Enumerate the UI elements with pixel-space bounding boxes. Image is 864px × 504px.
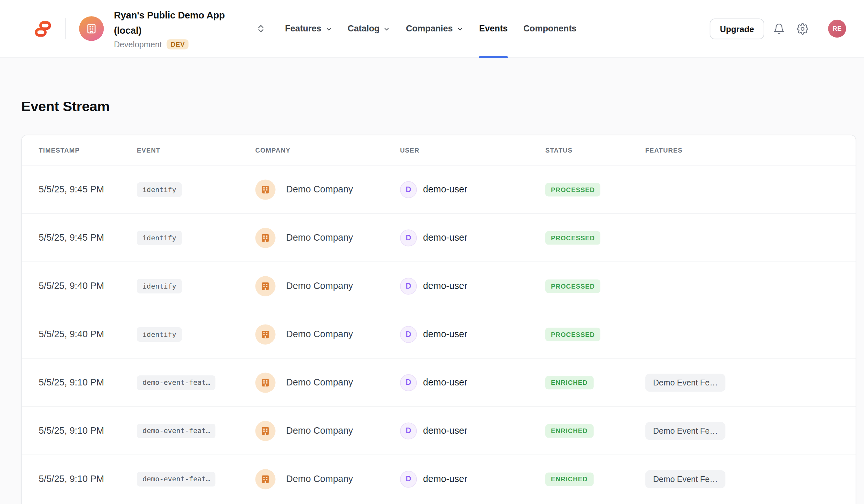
- user-name: demo-user: [423, 232, 467, 243]
- app-switcher-button[interactable]: [254, 21, 268, 36]
- table-row[interactable]: 5/5/25, 9:10 PM demo-event-feat… Demo Co…: [22, 358, 855, 406]
- column-header-features: Features: [645, 147, 839, 154]
- status-badge: ENRICHED: [545, 472, 593, 486]
- column-header-event: Event: [137, 147, 255, 154]
- event-name-chip: identify: [137, 278, 182, 293]
- user-name: demo-user: [423, 377, 467, 388]
- feature-chip: Demo Event Fe…: [645, 470, 725, 488]
- settings-button[interactable]: [794, 20, 811, 38]
- user-name: demo-user: [423, 280, 467, 291]
- table-row[interactable]: 5/5/25, 9:40 PM identify Demo Company D …: [22, 261, 855, 310]
- table-row[interactable]: 5/5/25, 9:10 PM demo-event-feat… Demo Co…: [22, 406, 855, 454]
- building-icon: [260, 377, 271, 387]
- table-row[interactable]: 5/5/25, 9:45 PM identify Demo Company D …: [22, 213, 855, 261]
- primary-nav: Features Catalog Companies Events Compon…: [285, 0, 576, 58]
- chevron-down-icon: [383, 26, 390, 33]
- building-icon: [260, 184, 271, 194]
- table-header-row: Timestamp Event Company User Status Feat…: [22, 135, 855, 165]
- app-title: Ryan's Public Demo App (local): [114, 8, 247, 38]
- user-avatar: D: [400, 422, 417, 439]
- app-avatar: [79, 16, 104, 41]
- gear-icon: [797, 23, 808, 34]
- event-name-chip: demo-event-feat…: [137, 423, 216, 438]
- nav-item-label: Components: [523, 24, 576, 34]
- bell-icon: [773, 23, 785, 34]
- nav-item-companies[interactable]: Companies: [406, 0, 464, 58]
- event-timestamp: 5/5/25, 9:40 PM: [39, 329, 137, 339]
- notifications-button[interactable]: [770, 20, 788, 38]
- company-avatar: [255, 372, 275, 393]
- table-row[interactable]: 5/5/25, 9:10 PM demo-event-feat… Demo Co…: [22, 503, 855, 504]
- user-avatar: D: [400, 229, 417, 246]
- user-avatar: D: [400, 471, 417, 488]
- nav-item-catalog[interactable]: Catalog: [348, 0, 390, 58]
- table-row[interactable]: 5/5/25, 9:45 PM identify Demo Company D …: [22, 165, 855, 213]
- user-name: demo-user: [423, 329, 467, 339]
- status-badge: PROCESSED: [545, 279, 601, 293]
- company-avatar: [255, 469, 275, 489]
- nav-item-features[interactable]: Features: [285, 0, 332, 58]
- nav-item-events[interactable]: Events: [479, 0, 508, 58]
- company-name: Demo Company: [286, 184, 353, 195]
- user-name: demo-user: [423, 425, 467, 436]
- building-icon: [260, 329, 271, 339]
- company-name: Demo Company: [286, 280, 353, 291]
- user-avatar: D: [400, 326, 417, 343]
- company-avatar: [255, 179, 275, 200]
- event-timestamp: 5/5/25, 9:10 PM: [39, 425, 137, 436]
- feature-chip: Demo Event Fe…: [645, 373, 725, 391]
- user-avatar: D: [400, 181, 417, 198]
- building-icon: [260, 474, 271, 484]
- status-badge: PROCESSED: [545, 327, 601, 341]
- top-navbar: Ryan's Public Demo App (local) Developme…: [0, 0, 864, 58]
- nav-item-label: Catalog: [348, 24, 380, 34]
- company-avatar: [255, 324, 275, 344]
- status-badge: PROCESSED: [545, 231, 601, 244]
- nav-item-components[interactable]: Components: [523, 0, 576, 58]
- event-timestamp: 5/5/25, 9:45 PM: [39, 184, 137, 195]
- building-icon: [260, 232, 271, 243]
- company-name: Demo Company: [286, 329, 353, 339]
- event-timestamp: 5/5/25, 9:45 PM: [39, 232, 137, 243]
- up-down-chevrons-icon: [256, 24, 266, 34]
- table-row[interactable]: 5/5/25, 9:10 PM demo-event-feat… Demo Co…: [22, 454, 855, 503]
- company-name: Demo Company: [286, 473, 353, 484]
- company-name: Demo Company: [286, 377, 353, 388]
- app-root: Ryan's Public Demo App (local) Developme…: [0, 0, 864, 504]
- user-avatar: D: [400, 278, 417, 295]
- nav-item-label: Events: [479, 24, 508, 34]
- header-divider: [65, 18, 66, 39]
- event-stream-table: Timestamp Event Company User Status Feat…: [21, 135, 856, 504]
- schematic-logo[interactable]: [34, 20, 51, 38]
- chevron-down-icon: [325, 26, 332, 33]
- status-badge: ENRICHED: [545, 424, 593, 437]
- nav-item-label: Features: [285, 24, 321, 34]
- feature-chip: Demo Event Fe…: [645, 422, 725, 440]
- main-content: Event Stream Timestamp Event Company Use…: [0, 58, 864, 504]
- status-badge: ENRICHED: [545, 376, 593, 389]
- company-name: Demo Company: [286, 232, 353, 243]
- building-icon: [260, 281, 271, 291]
- event-name-chip: demo-event-feat…: [137, 375, 216, 390]
- building-icon: [85, 22, 97, 35]
- column-header-user: User: [400, 147, 545, 154]
- table-row[interactable]: 5/5/25, 9:40 PM identify Demo Company D …: [22, 310, 855, 358]
- column-header-timestamp: Timestamp: [39, 147, 137, 154]
- environment-name: Development: [114, 40, 162, 49]
- event-name-chip: demo-event-feat…: [137, 472, 216, 486]
- building-icon: [260, 425, 271, 436]
- environment-row: Development DEV: [114, 39, 247, 49]
- status-badge: PROCESSED: [545, 183, 601, 196]
- upgrade-button[interactable]: Upgrade: [710, 18, 764, 39]
- event-name-chip: identify: [137, 230, 182, 245]
- event-name-chip: identify: [137, 327, 182, 341]
- app-info: Ryan's Public Demo App (local) Developme…: [114, 8, 247, 49]
- user-menu-avatar[interactable]: RE: [828, 20, 846, 38]
- environment-badge: DEV: [167, 39, 189, 49]
- event-timestamp: 5/5/25, 9:10 PM: [39, 473, 137, 484]
- company-avatar: [255, 421, 275, 441]
- event-timestamp: 5/5/25, 9:40 PM: [39, 280, 137, 291]
- user-avatar: D: [400, 374, 417, 391]
- company-avatar: [255, 228, 275, 248]
- company-name: Demo Company: [286, 425, 353, 436]
